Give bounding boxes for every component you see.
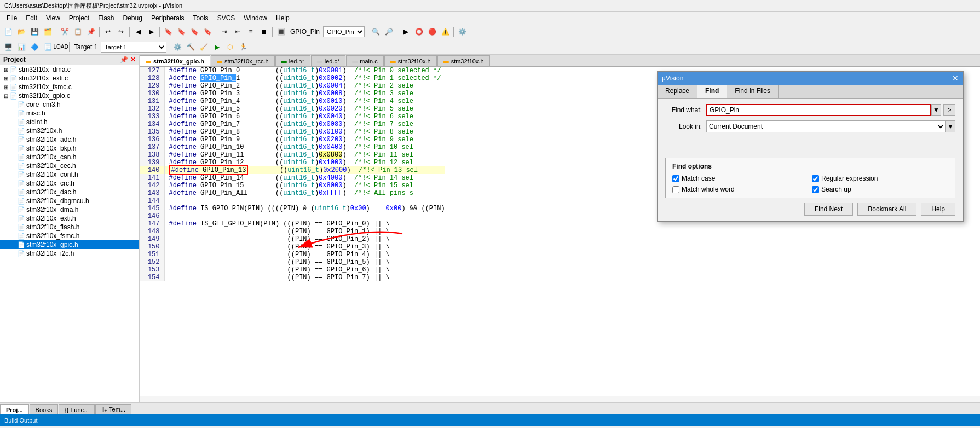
- redo-btn[interactable]: ↪: [115, 26, 127, 38]
- tab-stm32f10x_rcc_h[interactable]: ▬ stm32f10x_rcc.h: [211, 55, 275, 66]
- indent-btn[interactable]: ⇥: [218, 26, 230, 38]
- tab-stm32f10x-h2[interactable]: ▬ stm32f10x.h: [384, 55, 437, 66]
- look-in-dropdown-btn[interactable]: ▼: [946, 120, 955, 132]
- expand-icon[interactable]: ⊟: [2, 93, 10, 99]
- find-tab-find[interactable]: Find: [697, 85, 727, 98]
- circle-btn[interactable]: ⭕: [413, 26, 425, 38]
- expand-icon[interactable]: ⊞: [2, 76, 10, 82]
- find-tab-replace[interactable]: Replace: [658, 85, 697, 98]
- code-hscroll[interactable]: [140, 396, 980, 402]
- find-what-dropdown-btn[interactable]: ▼: [931, 104, 941, 116]
- find-tab-find-in-files[interactable]: Find in Files: [727, 85, 779, 98]
- find-what-input[interactable]: [706, 104, 931, 116]
- tab-led-c[interactable]: ▬ led.c*: [311, 55, 346, 66]
- tab-stm32f10x-h3[interactable]: ▬ stm32f10x.h: [437, 55, 490, 66]
- expand-icon[interactable]: ⊞: [2, 67, 10, 73]
- tb2-clean-btn[interactable]: 🧹: [198, 41, 210, 53]
- play-btn[interactable]: ▶: [400, 26, 412, 38]
- tb2-run-btn[interactable]: 🏃: [237, 41, 249, 53]
- menu-tools[interactable]: Tools: [189, 13, 213, 23]
- tree-item-stm32f10x_exti_h[interactable]: 📄 stm32f10x_exti.h: [0, 214, 139, 223]
- tree-item-misc[interactable]: 📄 misc.h: [0, 109, 139, 118]
- save-all-btn[interactable]: 🗂️: [42, 26, 54, 38]
- tree-item-stdint[interactable]: 📄 stdint.h: [0, 118, 139, 126]
- bookmark-all-btn[interactable]: Bookmark All: [857, 203, 916, 216]
- tab-led-h[interactable]: ▬ led.h*: [275, 55, 310, 66]
- tb2-stop-btn[interactable]: ⬡: [224, 41, 236, 53]
- bot-tab-books[interactable]: Books: [30, 404, 59, 414]
- close-icon[interactable]: ✕: [130, 56, 136, 63]
- menu-peripherals[interactable]: Peripherals: [147, 13, 189, 23]
- regular-expression-label[interactable]: Regular expression: [821, 175, 878, 182]
- match-case-label[interactable]: Match case: [682, 175, 715, 182]
- match-whole-word-label[interactable]: Match whole word: [682, 186, 735, 193]
- tree-item-stm32f10x_adc[interactable]: 📄 stm32f10x_adc.h: [0, 135, 139, 144]
- search-up-checkbox[interactable]: [812, 186, 819, 193]
- menu-flash[interactable]: Flash: [94, 13, 118, 23]
- tree-item-stm32f10x_dma_h[interactable]: 📄 stm32f10x_dma.h: [0, 205, 139, 214]
- tb2-config-btn[interactable]: ⚙️: [171, 41, 183, 53]
- insert-btn[interactable]: 🔳: [275, 26, 287, 38]
- menu-window[interactable]: Window: [239, 13, 272, 23]
- bookmark1-btn[interactable]: 🔖: [162, 26, 174, 38]
- tree-item-stm32f10x_dbgmcu[interactable]: 📄 stm32f10x_dbgmcu.h: [0, 196, 139, 205]
- expand-icon[interactable]: ⊞: [2, 84, 10, 90]
- tb2-load-btn[interactable]: LOAD: [55, 41, 67, 53]
- tree-item-stm32f10x_gpio_h[interactable]: 📄 stm32f10x_gpio.h: [0, 240, 139, 249]
- target-select[interactable]: Target 1: [101, 42, 166, 53]
- tab-stm32f10x_gpio_h[interactable]: ▬ stm32f10x_gpio.h: [140, 55, 210, 66]
- bookmark2-btn[interactable]: 🔖: [175, 26, 187, 38]
- tree-item-stm32f10x_can[interactable]: 📄 stm32f10x_can.h: [0, 153, 139, 161]
- tree-item-stm32f10x_crc[interactable]: 📄 stm32f10x_crc.h: [0, 179, 139, 188]
- regular-expression-checkbox[interactable]: [812, 175, 819, 182]
- tree-item-stm32f10x_conf[interactable]: 📄 stm32f10x_conf.h: [0, 170, 139, 179]
- undo-btn[interactable]: ↩: [102, 26, 114, 38]
- find-dialog-close-btn[interactable]: ✕: [952, 74, 959, 83]
- tb2-btn1[interactable]: 🖥️: [2, 41, 14, 53]
- look-in-select[interactable]: Current Document: [706, 120, 946, 132]
- match-whole-word-checkbox[interactable]: [672, 186, 679, 193]
- bot-tab-proj[interactable]: Proj...: [0, 404, 29, 414]
- cut-btn[interactable]: ✂️: [59, 26, 71, 38]
- search-btn[interactable]: 🔍: [370, 26, 382, 38]
- bot-tab-tem[interactable]: Ⅱ₊ Tem...: [95, 404, 131, 414]
- menu-project[interactable]: Project: [65, 13, 94, 23]
- tree-item-stm32f10x_i2c[interactable]: 📄 stm32f10x_i2c.h: [0, 249, 139, 258]
- new-file-btn[interactable]: 📄: [2, 26, 14, 38]
- tree-item-stm32f10x_dac[interactable]: 📄 stm32f10x_dac.h: [0, 188, 139, 196]
- tree-item-stm32f10x_fsmc_h[interactable]: 📄 stm32f10x_fsmc.h: [0, 232, 139, 240]
- tree-item-stm32f10x_dma_c[interactable]: ⊞ 📄 stm32f10x_dma.c: [0, 65, 139, 74]
- stop-btn[interactable]: 🔴: [426, 26, 438, 38]
- search2-btn[interactable]: 🔎: [383, 26, 395, 38]
- open-btn[interactable]: 📂: [15, 26, 27, 38]
- paste-btn[interactable]: 📌: [85, 26, 97, 38]
- help-btn[interactable]: Help: [921, 203, 955, 216]
- tb2-debug-btn[interactable]: ▶: [211, 41, 223, 53]
- pin-icon[interactable]: 📌: [120, 56, 128, 63]
- find-next-btn[interactable]: Find Next: [804, 203, 853, 216]
- tree-item-stm32f10x_cec[interactable]: 📄 stm32f10x_cec.h: [0, 161, 139, 170]
- tb2-build-btn[interactable]: 🔨: [185, 41, 197, 53]
- find-next-quick-btn[interactable]: >: [943, 104, 955, 116]
- tree-item-stm32f10x_fsmc_c[interactable]: ⊞ 📄 stm32f10x_fsmc.c: [0, 83, 139, 91]
- toggle2-btn[interactable]: ≣: [258, 26, 270, 38]
- menu-edit[interactable]: Edit: [21, 13, 42, 23]
- bookmark4-btn[interactable]: 🔖: [201, 26, 214, 38]
- search-up-label[interactable]: Search up: [821, 186, 851, 193]
- settings-btn[interactable]: ⚙️: [456, 26, 468, 38]
- toggle-btn[interactable]: ≡: [245, 26, 257, 38]
- tree-item-stm32f10x_exti_c[interactable]: ⊞ 📄 stm32f10x_exti.c: [0, 74, 139, 83]
- menu-help[interactable]: Help: [272, 13, 294, 23]
- match-case-checkbox[interactable]: [672, 175, 679, 182]
- bookmark3-btn[interactable]: 🔖: [188, 26, 200, 38]
- tab-main-c[interactable]: ▬ main.c: [346, 55, 383, 66]
- menu-svcs[interactable]: SVCS: [213, 13, 240, 23]
- tb2-btn3[interactable]: 🔷: [28, 41, 41, 53]
- nav-back-btn[interactable]: ◀: [132, 26, 144, 38]
- tb2-btn4[interactable]: 📃: [42, 41, 54, 53]
- copy-btn[interactable]: 📋: [72, 26, 84, 38]
- gpio-pin-select[interactable]: GPIO_Pin: [323, 26, 365, 37]
- tb2-btn2[interactable]: 📊: [15, 41, 27, 53]
- menu-view[interactable]: View: [42, 13, 65, 23]
- save-btn[interactable]: 💾: [28, 26, 41, 38]
